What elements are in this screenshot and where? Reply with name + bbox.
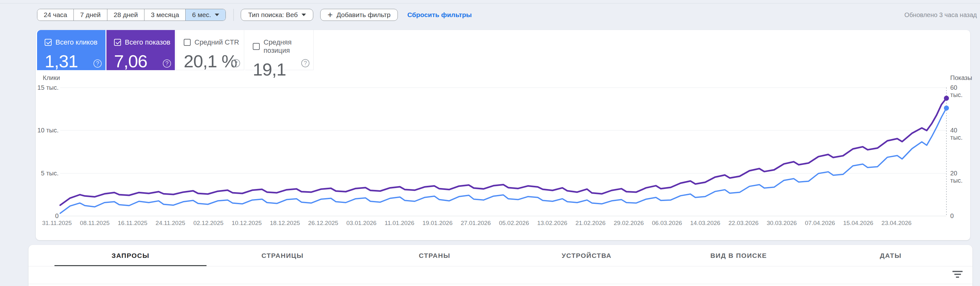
range-button-2[interactable]: 28 дней xyxy=(107,9,144,21)
help-icon[interactable]: ? xyxy=(232,59,240,67)
help-icon[interactable]: ? xyxy=(163,59,171,68)
filter-list-icon[interactable] xyxy=(952,271,963,279)
range-button-label: 28 дней xyxy=(114,11,138,19)
metric-card-total-impressions[interactable]: Всего показов 7,06 млн ? xyxy=(107,30,175,70)
x-axis-date-label: 02.12.2025 xyxy=(193,220,223,227)
x-axis-date-label: 08.11.2025 xyxy=(80,220,110,227)
range-button-1[interactable]: 7 дней xyxy=(73,9,107,21)
x-axis-date-label: 10.12.2025 xyxy=(232,220,262,227)
x-axis-date-label: 22.03.2026 xyxy=(729,220,759,227)
range-button-label: 3 месяца xyxy=(151,11,179,19)
gridline xyxy=(60,130,947,131)
table-toolbar xyxy=(29,266,972,284)
chevron-down-icon xyxy=(302,14,306,16)
x-axis-date-label: 18.12.2025 xyxy=(270,220,300,227)
x-axis-date-label: 26.12.2025 xyxy=(308,220,338,227)
dimension-tabs: ЗАПРОСЫСТРАНИЦЫСТРАНЫУСТРОЙСТВАВИД В ПОИ… xyxy=(54,245,967,266)
filter-bar: 24 часа7 дней28 дней3 месяца6 мес. Тип п… xyxy=(37,9,977,21)
right-tick-label: 60 тыс. xyxy=(950,84,970,99)
chevron-down-icon xyxy=(215,14,219,16)
tab-0[interactable]: ЗАПРОСЫ xyxy=(54,245,207,266)
x-axis-date-label: 13.02.2026 xyxy=(537,220,567,227)
checkbox-unchecked-icon[interactable] xyxy=(184,39,191,46)
metric-card-average-position[interactable]: Средняя позиция 19,1 ? xyxy=(245,30,313,70)
metric-label: Всего показов xyxy=(125,38,170,46)
gridline xyxy=(60,87,947,88)
right-axis-title: Показы xyxy=(950,74,972,82)
series-end-dot-0 xyxy=(944,106,949,111)
range-button-3[interactable]: 3 месяца xyxy=(144,9,185,21)
x-axis-date-label: 06.03.2026 xyxy=(652,220,682,227)
left-tick-label: 15 тыс. xyxy=(21,84,59,91)
series-line-0 xyxy=(60,108,947,213)
add-filter-button[interactable]: + Добавить фильтр xyxy=(320,9,398,21)
left-tick-label: 10 тыс. xyxy=(21,127,59,134)
x-axis-labels: 31.11.202508.11.202516.11.202524.11.2025… xyxy=(42,220,912,227)
gridline xyxy=(60,173,947,174)
tab-2[interactable]: СТРАНЫ xyxy=(358,245,511,266)
metric-label: Средняя позиция xyxy=(264,38,313,55)
date-range-group: 24 часа7 дней28 дней3 месяца6 мес. xyxy=(37,9,226,21)
updated-status: Обновлено 3 часа назад xyxy=(904,11,977,19)
x-axis-date-label: 15.04.2026 xyxy=(843,220,873,227)
x-axis-date-label: 24.11.2025 xyxy=(156,220,185,227)
reset-filters-link[interactable]: Сбросить фильтры xyxy=(407,11,472,19)
x-axis-date-label: 31.11.2025 xyxy=(42,220,72,227)
plus-icon: + xyxy=(328,10,332,19)
x-axis-date-label: 03.01.2026 xyxy=(347,220,377,227)
series-line-1 xyxy=(60,98,947,205)
checkbox-unchecked-icon[interactable] xyxy=(253,43,260,50)
left-tick-label: 5 тыс. xyxy=(21,170,59,177)
metric-value: 7,06 млн xyxy=(114,51,175,92)
range-button-label: 6 мес. xyxy=(192,11,211,19)
table-header-divider xyxy=(29,284,972,284)
performance-chart-panel: Всего кликов 1,31 млн ? Всего показов 7,… xyxy=(36,30,970,240)
help-icon[interactable]: ? xyxy=(94,59,102,68)
x-axis-date-label: 07.04.2026 xyxy=(805,220,835,227)
tab-1[interactable]: СТРАНИЦЫ xyxy=(207,245,358,266)
x-axis-date-label: 29.02.2026 xyxy=(614,220,644,227)
range-button-label: 7 дней xyxy=(80,11,101,19)
left-axis-title: Клики xyxy=(43,74,60,82)
x-axis-date-label: 19.01.2026 xyxy=(423,220,453,227)
metric-label: Средний CTR xyxy=(194,38,239,46)
x-axis-date-label: 11.01.2026 xyxy=(385,220,414,227)
right-tick-label: 20 тыс. xyxy=(950,170,970,184)
range-button-4[interactable]: 6 мес. xyxy=(185,9,226,21)
metric-card-total-clicks[interactable]: Всего кликов 1,31 млн ? xyxy=(37,30,105,70)
right-tick-label: 0 xyxy=(950,212,954,220)
x-axis-date-label: 27.01.2026 xyxy=(461,220,491,227)
x-axis-date-label: 23.04.2026 xyxy=(881,220,912,227)
x-axis-date-label: 21.02.2026 xyxy=(576,220,606,227)
x-axis-date-label: 14.03.2026 xyxy=(690,220,720,227)
tab-4[interactable]: ВИД В ПОИСКЕ xyxy=(663,245,815,266)
gridline xyxy=(60,216,947,216)
tab-5[interactable]: ДАТЫ xyxy=(815,245,967,266)
x-axis-date-label: 30.03.2026 xyxy=(767,220,797,227)
series-end-dot-1 xyxy=(944,96,949,101)
right-tick-label: 40 тыс. xyxy=(950,127,970,141)
range-button-label: 24 часа xyxy=(44,11,67,19)
search-type-label: Тип поиска: Веб xyxy=(248,11,298,19)
checkbox-checked-icon[interactable] xyxy=(45,39,52,46)
metric-label: Всего кликов xyxy=(56,38,97,46)
checkbox-checked-icon[interactable] xyxy=(114,39,121,46)
range-button-0[interactable]: 24 часа xyxy=(37,9,73,21)
add-filter-label: Добавить фильтр xyxy=(336,11,391,19)
metric-cards-row: Всего кликов 1,31 млн ? Всего показов 7,… xyxy=(37,30,313,70)
search-type-filter[interactable]: Тип поиска: Веб xyxy=(241,9,313,21)
left-tick-label: 0 xyxy=(21,212,59,220)
x-axis-date-label: 16.11.2025 xyxy=(118,220,148,227)
metric-card-average-ctr[interactable]: Средний CTR 20,1 % ? xyxy=(176,30,244,70)
dimensions-table-panel: ЗАПРОСЫСТРАНИЦЫСТРАНЫУСТРОЙСТВАВИД В ПОИ… xyxy=(29,245,972,286)
tab-3[interactable]: УСТРОЙСТВА xyxy=(511,245,663,266)
help-icon[interactable]: ? xyxy=(301,59,309,67)
x-axis-date-label: 05.02.2026 xyxy=(499,220,529,227)
page-top-divider xyxy=(0,3,980,3)
